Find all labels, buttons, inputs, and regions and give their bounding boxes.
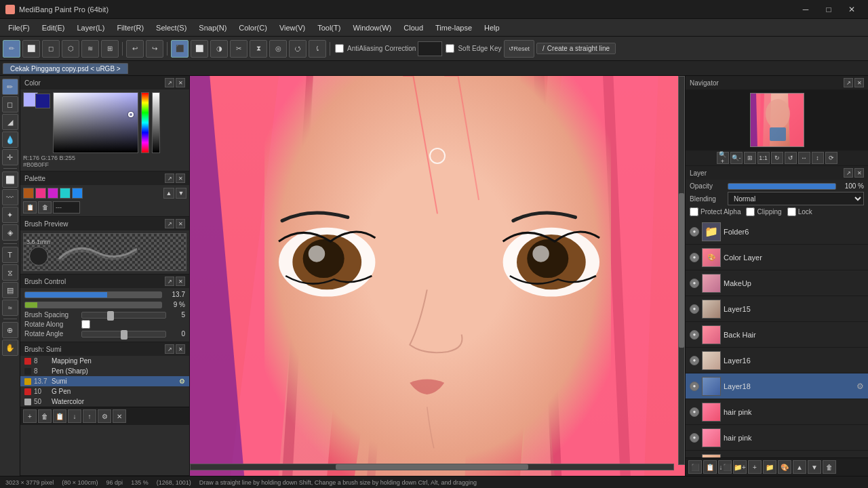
layer-blending-select[interactable]: Normal Multiply Screen Overlay	[728, 192, 864, 205]
palette-name-input[interactable]	[53, 201, 80, 214]
brush-copy-btn[interactable]: 📋	[53, 409, 66, 423]
menu-snap[interactable]: Snap(N)	[193, 22, 232, 34]
fill-tool[interactable]: ◢	[2, 114, 18, 130]
menu-select[interactable]: Select(S)	[151, 22, 192, 34]
brush-item-sumi[interactable]: 13.7 Sumi ⚙	[20, 376, 189, 386]
rotate-angle-slider[interactable]	[81, 331, 166, 338]
palette-swatch-5[interactable]	[72, 188, 83, 199]
minimize-button[interactable]: ─	[795, 0, 816, 19]
reset-button[interactable]: ↺ Reset	[504, 40, 535, 58]
palette-scroll-down[interactable]: ▼	[176, 188, 186, 199]
layer-folder-btn[interactable]: 📁	[763, 460, 776, 474]
correction-input[interactable]: 10	[418, 41, 442, 56]
brush-opacity-slider[interactable]	[24, 302, 162, 308]
palette-swatch-1[interactable]	[23, 188, 34, 199]
select-pen-tool[interactable]: ◈	[2, 224, 18, 241]
layer-panel-close[interactable]: ✕	[854, 168, 864, 178]
brush-item-mapping[interactable]: 8 Mapping Pen	[20, 356, 189, 366]
document-tab[interactable]: Cekak Pinggang copy.psd < uRGB >	[3, 63, 128, 74]
layer-add-btn[interactable]: ⬛	[688, 460, 702, 474]
brush-tool-btn[interactable]: ✏	[3, 40, 20, 58]
brush-add-btn[interactable]: +	[23, 409, 37, 423]
menu-edit[interactable]: Edit(E)	[37, 22, 71, 34]
menu-color[interactable]: Color(C)	[233, 22, 273, 34]
layer-visibility-layer16[interactable]: ●	[690, 356, 699, 365]
antialiasing-checkbox[interactable]	[335, 44, 344, 53]
menu-file[interactable]: File(F)	[3, 22, 35, 34]
layer-new-btn[interactable]: +	[748, 460, 762, 474]
menu-tool[interactable]: Tool(T)	[312, 22, 346, 34]
brush-item-pen-sharp[interactable]: 8 Pen (Sharp)	[20, 366, 189, 376]
tool-btn-13[interactable]: ⧗	[250, 40, 267, 58]
layer-item-layer15[interactable]: ● Layer15	[686, 296, 868, 322]
nav-reset[interactable]: ⟳	[825, 152, 837, 164]
soft-edge-checkbox[interactable]	[446, 44, 454, 53]
navigator-expand[interactable]: ↗	[844, 78, 853, 87]
maximize-button[interactable]: □	[818, 0, 840, 19]
brush-preview-expand[interactable]: ↗	[165, 219, 174, 228]
select-lasso-tool[interactable]: 〰	[2, 189, 18, 205]
tool-btn-2[interactable]: ⬜	[22, 40, 40, 58]
clone-tool[interactable]: ⊕	[2, 322, 18, 338]
palette-delete-btn[interactable]: 🗑	[38, 201, 52, 214]
transform-tool[interactable]: ⧖	[2, 264, 18, 281]
tool-btn-12[interactable]: ✂	[230, 40, 248, 58]
move-tool[interactable]: ✛	[2, 149, 18, 165]
palette-swatch-3[interactable]	[47, 188, 58, 199]
menu-help[interactable]: Help	[479, 22, 505, 34]
menu-timelapse[interactable]: Time-lapse	[430, 22, 477, 34]
color-panel-expand[interactable]: ↗	[165, 78, 174, 87]
canvas-area[interactable]	[190, 76, 685, 476]
layer-item-folder6[interactable]: ● 📁 Folder6	[686, 219, 868, 245]
tool-btn-8[interactable]: ↪	[146, 40, 163, 58]
navigator-close[interactable]: ✕	[854, 78, 864, 87]
brush-control-expand[interactable]: ↗	[165, 277, 174, 286]
layer-copy-btn[interactable]: 📋	[703, 460, 717, 474]
layer-opacity-slider[interactable]	[728, 183, 836, 190]
palette-swatch-2[interactable]	[35, 188, 46, 199]
brush-list-panel-header[interactable]: Brush: Sumi ↗ ✕	[20, 342, 189, 356]
smudge-tool[interactable]: ≈	[2, 300, 18, 316]
palette-panel-expand[interactable]: ↗	[165, 174, 174, 183]
menu-window[interactable]: Window(W)	[347, 22, 397, 34]
nav-zoom-in[interactable]: 🔍+	[717, 152, 729, 164]
tool-btn-15[interactable]: ⭯	[289, 40, 307, 58]
straight-line-button[interactable]: / Create a straight line	[536, 43, 616, 54]
lock-checkbox[interactable]	[787, 207, 796, 216]
protect-alpha-checkbox[interactable]	[690, 207, 698, 216]
menu-layer[interactable]: Layer(L)	[71, 22, 110, 34]
background-color-swatch[interactable]	[35, 94, 50, 108]
tool-btn-11[interactable]: ◑	[210, 40, 228, 58]
layer-item-back-hair[interactable]: ● Back Hair	[686, 322, 868, 348]
brush-delete-btn[interactable]: 🗑	[38, 409, 52, 423]
layer-item-kulit[interactable]: ● kulit	[686, 451, 868, 458]
layer-move-up-btn[interactable]: ▲	[793, 460, 806, 474]
layer-item-layer18[interactable]: ● Layer18 ⚙	[686, 373, 868, 399]
layer-visibility-hairpink1[interactable]: ●	[690, 407, 699, 417]
layer-item-makeup[interactable]: ● MakeUp	[686, 270, 868, 296]
layer-visibility-back-hair[interactable]: ●	[690, 330, 699, 340]
brush-item-gpen[interactable]: 10 G Pen	[20, 386, 189, 396]
layer-visibility-color-layer[interactable]: ●	[690, 253, 699, 262]
nav-flip-v[interactable]: ↕	[812, 152, 824, 164]
tool-btn-6[interactable]: ⊞	[101, 40, 119, 58]
menu-cloud[interactable]: Cloud	[398, 22, 429, 34]
hue-slider[interactable]	[141, 92, 149, 153]
clipping-checkbox[interactable]	[746, 207, 755, 216]
tool-btn-5[interactable]: ≋	[81, 40, 99, 58]
tool-btn-4[interactable]: ⬡	[62, 40, 79, 58]
brush-export-btn[interactable]: ↑	[83, 409, 96, 423]
nav-flip-h[interactable]: ↔	[798, 152, 810, 164]
layer-visibility-hairpink2[interactable]: ●	[690, 433, 699, 443]
brush-item-watercolor[interactable]: 50 Watercolor	[20, 396, 189, 407]
gradient-tool[interactable]: ▤	[2, 282, 18, 298]
palette-scroll-up[interactable]: ▲	[163, 188, 174, 199]
tool-btn-10[interactable]: ⬜	[191, 40, 208, 58]
alpha-slider[interactable]	[152, 92, 160, 153]
tool-btn-9[interactable]: ⬛	[171, 40, 189, 58]
layer-item-hairpink2[interactable]: ● hair pink	[686, 425, 868, 451]
layer-panel-expand[interactable]: ↗	[844, 168, 853, 178]
palette-panel-close[interactable]: ✕	[176, 174, 185, 183]
layer-move-down-btn[interactable]: ▼	[808, 460, 821, 474]
brush-preview-panel-header[interactable]: Brush Preview ↗ ✕	[20, 217, 189, 230]
